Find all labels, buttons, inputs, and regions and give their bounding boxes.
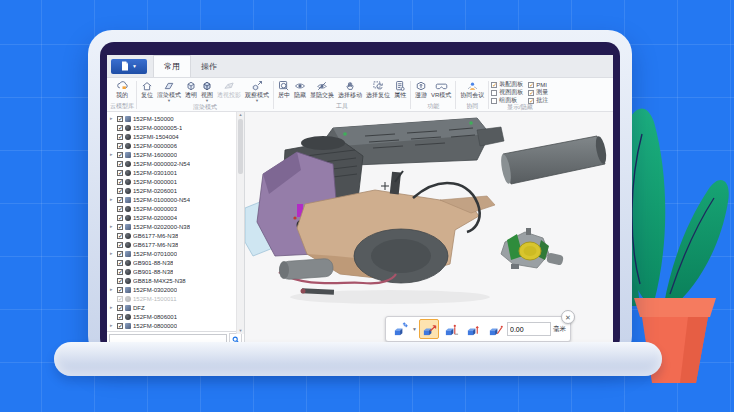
expand-arrow-icon[interactable] <box>110 161 115 166</box>
scroll-down-icon[interactable]: ▼ <box>239 328 243 334</box>
tree-checkbox[interactable] <box>117 161 123 167</box>
expand-arrow-icon[interactable] <box>110 125 115 130</box>
explode-close-button[interactable]: ✕ <box>561 310 575 324</box>
roam-button[interactable]: 漫游 <box>413 79 429 100</box>
expand-arrow-icon[interactable] <box>110 143 115 148</box>
tab-operation[interactable]: 操作 <box>191 56 227 77</box>
tree-checkbox[interactable] <box>117 125 123 131</box>
properties-button[interactable]: 属性 <box>392 79 408 100</box>
expand-arrow-icon[interactable] <box>110 260 115 265</box>
carburetor[interactable] <box>501 228 564 269</box>
explode-distance-input[interactable] <box>507 322 551 336</box>
tree-row[interactable]: 152FM-0301001 <box>107 168 244 177</box>
tree-row[interactable]: 152FM-0200004 <box>107 213 244 222</box>
tree-checkbox[interactable] <box>117 323 123 329</box>
expand-arrow-icon[interactable] <box>110 206 115 211</box>
expand-arrow-icon[interactable] <box>110 188 115 193</box>
tree-checkbox[interactable] <box>117 287 123 293</box>
collab-meeting-button[interactable]: 协同会议 <box>458 79 486 100</box>
expand-arrow-icon[interactable] <box>110 215 115 220</box>
tree-checkbox[interactable] <box>117 179 123 185</box>
tree-checkbox[interactable] <box>117 305 123 311</box>
tree-row[interactable]: 152FM-0206001 <box>107 186 244 195</box>
tree-checkbox[interactable] <box>117 188 123 194</box>
tree-row[interactable]: 152FM-0800000 <box>107 321 244 330</box>
tree-checkbox[interactable] <box>117 197 123 203</box>
tree-checkbox[interactable] <box>117 260 123 266</box>
expand-arrow-icon[interactable] <box>110 278 115 283</box>
expand-arrow-icon[interactable] <box>110 170 115 175</box>
my-models-button[interactable]: 我的 <box>114 79 131 100</box>
select-move-button[interactable]: 选择移动 <box>336 79 364 100</box>
tree-row[interactable]: 152FMI-1504004 <box>107 132 244 141</box>
expand-arrow-icon[interactable] <box>110 134 115 139</box>
tree-checkbox[interactable] <box>117 206 123 212</box>
tree-checkbox[interactable] <box>117 224 123 230</box>
explode-vertical-button[interactable] <box>463 319 483 339</box>
tree-row[interactable]: GB6177-M6-N38 <box>107 231 244 240</box>
scrollbar-thumb[interactable] <box>238 119 243 174</box>
panel-checkbox[interactable]: 装配面板 <box>491 81 523 88</box>
transparent-button[interactable]: 透明 <box>183 79 199 100</box>
observe-mode-button[interactable]: 观察模式 ▼ <box>243 79 271 104</box>
model-canvas[interactable] <box>245 112 613 347</box>
tree-row[interactable]: 152FM-0000006 <box>107 141 244 150</box>
tree-row[interactable]: 152FM-0100000-N54 <box>107 195 244 204</box>
explode-free-button[interactable] <box>390 319 410 339</box>
expand-arrow-icon[interactable] <box>110 233 115 238</box>
panel-checkbox[interactable]: 测量 <box>528 89 548 96</box>
tree-row[interactable]: 152FM-0806001 <box>107 312 244 321</box>
tree-checkbox[interactable] <box>117 251 123 257</box>
explode-axis-button[interactable] <box>441 319 461 339</box>
tree-checkbox[interactable] <box>117 242 123 248</box>
tree-checkbox[interactable] <box>117 233 123 239</box>
expand-arrow-icon[interactable] <box>110 305 115 310</box>
tree-checkbox[interactable] <box>117 134 123 140</box>
expand-arrow-icon[interactable] <box>110 287 115 292</box>
expand-arrow-icon[interactable] <box>110 179 115 184</box>
tree-row[interactable]: 152FM-0000003 <box>107 204 244 213</box>
tree-row[interactable]: 152FM-0701000 <box>107 249 244 258</box>
tree-row[interactable]: GB901-88-N38 <box>107 258 244 267</box>
expand-arrow-icon[interactable] <box>110 323 115 328</box>
tree-row[interactable]: GB901-88-N38 <box>107 267 244 276</box>
tab-common[interactable]: 常用 <box>153 55 191 77</box>
tree-row[interactable]: 152FM-150000 <box>107 114 244 123</box>
panel-checkbox[interactable]: PMI <box>528 81 548 88</box>
center-button[interactable]: 居中 <box>276 79 292 100</box>
file-menu-button[interactable]: ▼ <box>111 59 147 74</box>
view-button[interactable]: 视图 ▼ <box>199 79 215 104</box>
tree-row[interactable]: 152FM-1500011 <box>107 294 244 303</box>
tree-checkbox[interactable] <box>117 143 123 149</box>
explode-dropdown-caret-icon[interactable]: ▼ <box>412 326 417 332</box>
tree-checkbox[interactable] <box>117 170 123 176</box>
expand-arrow-icon[interactable] <box>110 224 115 229</box>
expand-arrow-icon[interactable] <box>110 269 115 274</box>
expand-arrow-icon[interactable] <box>110 116 115 121</box>
tree-row[interactable]: GB818-M4X25-N38 <box>107 276 244 285</box>
expand-arrow-icon[interactable] <box>110 296 115 301</box>
tree-checkbox[interactable] <box>117 116 123 122</box>
reset-view-button[interactable]: 复位 <box>139 79 155 100</box>
tree-row[interactable]: 152FM-0000001 <box>107 177 244 186</box>
expand-arrow-icon[interactable] <box>110 251 115 256</box>
tree-checkbox[interactable] <box>117 296 123 302</box>
tree-row[interactable]: GB6177-M6-N38 <box>107 240 244 249</box>
explode-diagonal-button[interactable] <box>419 319 439 339</box>
expand-arrow-icon[interactable] <box>110 197 115 202</box>
scroll-up-icon[interactable]: ▲ <box>239 112 243 118</box>
select-reset-button[interactable]: 选择复位 <box>364 79 392 100</box>
tree-checkbox[interactable] <box>117 269 123 275</box>
tree-checkbox[interactable] <box>117 152 123 158</box>
tree-row[interactable]: DFZ <box>107 303 244 312</box>
tree-checkbox[interactable] <box>117 314 123 320</box>
tree-row[interactable]: 152FM-0302000 <box>107 285 244 294</box>
panel-checkbox[interactable]: 批注 <box>528 97 548 104</box>
expand-arrow-icon[interactable] <box>110 314 115 319</box>
explode-custom-button[interactable] <box>485 319 505 339</box>
vr-mode-button[interactable]: VR模式 <box>429 79 453 100</box>
tree-row[interactable]: 152FM-1600000 <box>107 150 244 159</box>
fan-cover[interactable] <box>354 229 448 283</box>
render-mode-button[interactable]: 渲染模式 ▼ <box>155 79 183 104</box>
perspective-projection-button[interactable]: 透视投影 <box>215 79 243 100</box>
